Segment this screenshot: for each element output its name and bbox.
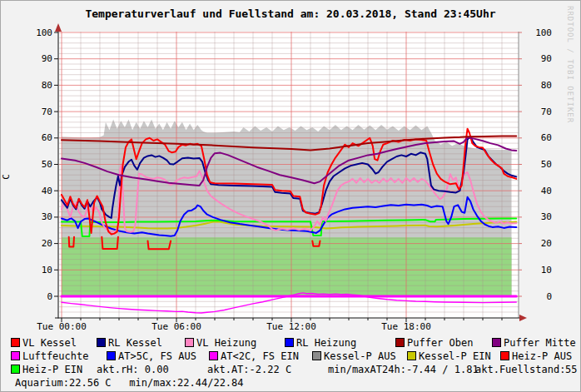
legend-color-swatch bbox=[107, 351, 116, 360]
y-tick-label-left: 40 bbox=[31, 186, 52, 196]
x-tick-label: Tue 12:00 bbox=[262, 322, 320, 331]
y-tick-label-right: 100 bbox=[530, 28, 552, 37]
y-tick-label-right: 50 bbox=[530, 160, 552, 169]
legend-label: AT>5C, FS AUS bbox=[118, 351, 196, 361]
y-tick-label-right: 60 bbox=[530, 133, 552, 142]
y-tick-label-right: 80 bbox=[530, 81, 552, 90]
legend-label: Luftfeuchte bbox=[22, 351, 88, 361]
y-tick-label-left: 60 bbox=[31, 133, 52, 142]
legend-label: Heiz-P AUS bbox=[512, 351, 572, 361]
status-text: min/maxAT24h:-7.44 / 1.81 bbox=[328, 365, 479, 375]
legend-color-swatch bbox=[285, 338, 294, 347]
rrdtool-graph: Temperaturverlauf und Fuellstand am: 20.… bbox=[0, 0, 581, 392]
y-tick-label-right: 0 bbox=[530, 292, 552, 301]
status-text: akt.rH: 0.00 bbox=[97, 365, 169, 375]
y-tick-label-left: 50 bbox=[31, 160, 52, 169]
legend-color-swatch bbox=[492, 338, 501, 347]
legend-label: RL Heizung bbox=[296, 338, 356, 348]
legend-color-swatch bbox=[407, 351, 416, 360]
y-tick-label-left: 20 bbox=[31, 239, 52, 248]
y-axis-unit-label: C bbox=[1, 159, 12, 196]
legend-color-swatch bbox=[11, 365, 20, 374]
y-tick-label-right: 20 bbox=[530, 239, 552, 248]
x-tick-label: Tue 06:00 bbox=[147, 322, 206, 331]
legend-label: VL Heizung bbox=[196, 338, 256, 348]
y-tick-label-left: 100 bbox=[31, 28, 52, 37]
rrdtool-watermark: RRDTOOL / TOBI OETIKER bbox=[566, 6, 574, 123]
legend-label: AT<2C, FS EIN bbox=[221, 351, 299, 361]
legend-color-swatch bbox=[500, 351, 509, 360]
legend-color-swatch bbox=[11, 338, 20, 347]
legend-label: Kessel-P AUS bbox=[324, 351, 396, 361]
status-text: Aquarium:22.56 C min/max:22.44/22.84 bbox=[15, 378, 244, 388]
y-tick-label-left: 30 bbox=[31, 212, 52, 221]
status-text: akt.AT:-2.22 C bbox=[207, 365, 291, 375]
legend-label: VL Kessel bbox=[22, 338, 77, 348]
legend-label: Puffer Mitte bbox=[504, 338, 576, 348]
y-tick-label-right: 70 bbox=[530, 107, 552, 117]
legend-color-swatch bbox=[209, 351, 218, 360]
y-tick-label-left: 90 bbox=[31, 54, 52, 63]
x-tick-label: Tue 00:00 bbox=[32, 322, 91, 331]
legend-color-swatch bbox=[97, 338, 106, 347]
y-tick-label-left: 0 bbox=[31, 292, 52, 301]
legend-color-swatch bbox=[185, 338, 194, 347]
y-tick-label-right: 10 bbox=[530, 265, 552, 275]
legend-label: Puffer Oben bbox=[407, 338, 473, 348]
y-tick-label-left: 10 bbox=[31, 265, 52, 275]
chart-canvas bbox=[52, 22, 529, 324]
legend-color-swatch bbox=[312, 351, 321, 360]
y-tick-label-right: 90 bbox=[530, 54, 552, 63]
y-tick-label-right: 40 bbox=[530, 186, 552, 196]
legend-color-swatch bbox=[11, 351, 20, 360]
legend-color-swatch bbox=[395, 338, 405, 347]
legend-label: Kessel-P EIN bbox=[419, 351, 491, 361]
chart-title: Temperaturverlauf und Fuellstand am: 20.… bbox=[1, 7, 580, 20]
legend-label: Heiz-P EIN bbox=[22, 365, 82, 375]
x-tick-label: Tue 18:00 bbox=[377, 322, 435, 331]
y-tick-label-right: 30 bbox=[530, 212, 552, 221]
y-tick-label-left: 80 bbox=[31, 81, 52, 90]
status-text: akt.Fuellstand: bbox=[475, 365, 565, 375]
status-text: 55 bbox=[565, 365, 577, 375]
y-tick-label-left: 70 bbox=[31, 107, 52, 117]
legend-label: RL Kessel bbox=[108, 338, 162, 348]
